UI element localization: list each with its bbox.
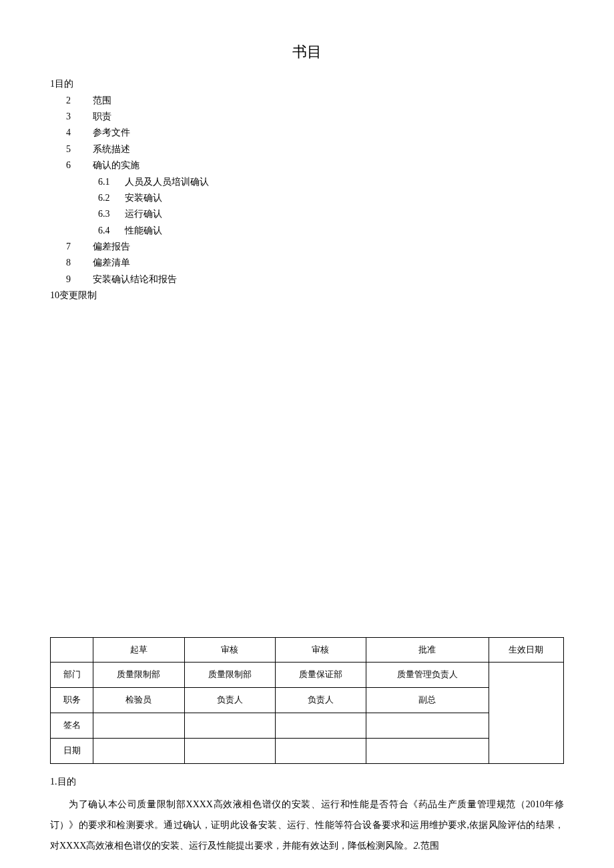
- toc-sub-num: 6.3: [98, 207, 125, 222]
- toc-label: 安装确认结论和报告: [93, 274, 177, 284]
- approval-table: 起草 审核 审核 批准 生效日期 部门 质量限制部 质量限制部 质量保证部 质量…: [50, 637, 564, 764]
- toc-num: 5: [66, 142, 93, 157]
- table-rowhead-dept: 部门: [51, 663, 93, 688]
- toc-item-6-4: 6.4性能确认: [50, 224, 564, 238]
- table-cell: 负责人: [184, 688, 275, 713]
- toc-item-8: 8偏差清单: [50, 256, 564, 270]
- toc-label: 范围: [93, 95, 111, 105]
- toc-item-1: 1目的: [50, 77, 564, 91]
- table-cell: [275, 713, 366, 739]
- table-cell: 质量保证部: [275, 663, 366, 688]
- table-cell-effective-merged: [489, 663, 563, 763]
- table-header-draft: 起草: [93, 637, 184, 663]
- toc-label: 安装确认: [125, 193, 162, 203]
- toc-item-4: 4参考文件: [50, 125, 564, 140]
- section-2-label-inline: 范围: [420, 841, 439, 851]
- table-row: 职务 检验员 负责人 负责人 副总: [51, 688, 564, 713]
- document-title: 书目: [50, 40, 564, 63]
- toc-item-2: 2范围: [50, 93, 564, 108]
- table-row: 部门 质量限制部 质量限制部 质量保证部 质量管理负责人: [51, 663, 564, 688]
- toc-item-3: 3职责: [50, 109, 564, 124]
- toc-label: 性能确认: [125, 226, 162, 236]
- table-cell: 质量限制部: [93, 663, 184, 688]
- table-rowhead-sign: 签名: [51, 713, 93, 739]
- table-row: 日期: [51, 738, 564, 763]
- table-cell: [275, 738, 366, 763]
- table-header-review2: 审核: [275, 637, 366, 663]
- toc-item-10: 10变更限制: [50, 288, 564, 303]
- toc-item-6-1: 6.1人员及人员培训确认: [50, 175, 564, 189]
- toc-item-6-3: 6.3运行确认: [50, 207, 564, 222]
- table-header-effective: 生效日期: [489, 637, 563, 663]
- table-header-approve: 批准: [366, 637, 489, 663]
- section-1-heading: 1.目的: [50, 775, 564, 789]
- toc-item-6: 6确认的实施: [50, 158, 564, 173]
- toc-label: 人员及人员培训确认: [125, 177, 209, 187]
- table-row: 签名: [51, 713, 564, 739]
- toc-label: 职责: [93, 111, 111, 121]
- toc-label: 偏差清单: [93, 258, 130, 268]
- table-rowhead-role: 职务: [51, 688, 93, 713]
- toc-label: 运行确认: [125, 209, 162, 219]
- toc-item-6-2: 6.2安装确认: [50, 191, 564, 205]
- table-cell: 质量限制部: [184, 663, 275, 688]
- toc-label: 系统描述: [93, 144, 130, 154]
- table-header-review1: 审核: [184, 637, 275, 663]
- table-cell: 负责人: [275, 688, 366, 713]
- toc-num: 9: [66, 272, 93, 287]
- table-cell: 副总: [366, 688, 489, 713]
- section-1-paragraph: 为了确认本公司质量限制部XXXX高效液相色谱仪的安装、运行和性能是否符合《药品生…: [50, 795, 564, 856]
- toc-label: 参考文件: [93, 127, 130, 137]
- table-rowhead-date: 日期: [51, 738, 93, 763]
- toc-item-5: 5系统描述: [50, 142, 564, 157]
- table-cell: 质量管理负责人: [366, 663, 489, 688]
- table-cell: [366, 713, 489, 739]
- table-cell: [93, 713, 184, 739]
- toc-sub-num: 6.1: [98, 175, 125, 189]
- toc-num: 8: [66, 256, 93, 270]
- table-cell: 检验员: [93, 688, 184, 713]
- toc-num: 6: [66, 158, 93, 173]
- toc-item-7: 7偏差报告: [50, 240, 564, 254]
- toc-num: 7: [66, 240, 93, 254]
- paragraph-text: 为了确认本公司质量限制部XXXX高效液相色谱仪的安装、运行和性能是否符合《药品生…: [50, 799, 564, 851]
- toc-sub-num: 6.4: [98, 224, 125, 238]
- toc-num: 2: [66, 93, 93, 108]
- table-cell: [366, 738, 489, 763]
- table-cell: [93, 738, 184, 763]
- toc-label: 偏差报告: [93, 242, 130, 252]
- table-cell: [184, 738, 275, 763]
- table-of-contents: 1目的 2范围 3职责 4参考文件 5系统描述 6确认的实施 6.1人员及人员培…: [50, 77, 564, 303]
- toc-item-9: 9安装确认结论和报告: [50, 272, 564, 287]
- table-cell: [184, 713, 275, 739]
- table-row: 起草 审核 审核 批准 生效日期: [51, 637, 564, 663]
- toc-label: 确认的实施: [93, 160, 139, 170]
- toc-num: 4: [66, 125, 93, 140]
- section-2-num-inline: 2.: [413, 841, 420, 851]
- toc-num: 3: [66, 109, 93, 124]
- toc-sub-num: 6.2: [98, 191, 125, 205]
- table-cell-blank: [51, 637, 93, 663]
